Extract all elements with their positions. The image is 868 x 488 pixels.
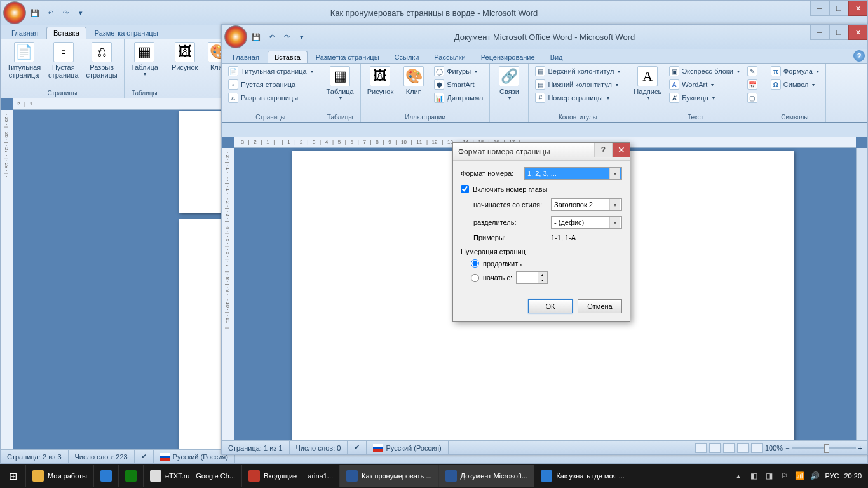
equation-button[interactable]: πФормула — [768, 65, 822, 78]
picture-button[interactable]: 🖼Рисунок — [169, 41, 201, 72]
save-icon[interactable]: 💾 — [250, 30, 262, 43]
quickparts-button[interactable]: ▣Экспресс-блоки — [667, 65, 742, 78]
dropcap-button[interactable]: ȺБуквица — [667, 92, 742, 104]
tab-view[interactable]: Вид — [543, 51, 570, 63]
flag-icon[interactable]: ⚐ — [779, 471, 789, 481]
tab-layout[interactable]: Разметка страницы — [309, 51, 386, 63]
taskbar-item[interactable]: Входящие — arina1... — [241, 465, 339, 487]
undo-icon[interactable]: ↶ — [265, 30, 278, 43]
ok-button[interactable]: ОК — [528, 299, 573, 313]
taskbar-item[interactable]: еTXT.ru - Google Ch... — [143, 465, 241, 487]
blank-page-button[interactable]: ▫Пустая страница — [226, 78, 316, 91]
view-outline-icon[interactable] — [737, 443, 749, 453]
view-print-layout-icon[interactable] — [695, 443, 707, 453]
symbol-button[interactable]: ΩСимвол — [768, 78, 822, 91]
cancel-button[interactable]: Отмена — [578, 299, 622, 313]
blank-page-button[interactable]: ▫Пустая страница — [46, 41, 81, 80]
close-button[interactable]: ✕ — [848, 1, 867, 16]
table-button[interactable]: ▦Таблица — [324, 65, 356, 102]
status-words[interactable]: Число слов: 223 — [69, 450, 135, 463]
tab-review[interactable]: Рецензирование — [474, 51, 542, 63]
object-button[interactable]: ▢ — [745, 92, 760, 104]
taskbar-item[interactable]: Мои работы — [25, 465, 93, 487]
tab-home[interactable]: Главная — [4, 27, 45, 39]
header-button[interactable]: ▤Верхний колонтитул — [532, 65, 623, 78]
volume-icon[interactable]: 🔊 — [810, 471, 820, 481]
links-button[interactable]: 🔗Связи — [494, 65, 524, 102]
start-at-spinner[interactable] — [516, 271, 548, 284]
maximize-button[interactable]: ☐ — [829, 25, 848, 40]
tab-home[interactable]: Главная — [226, 51, 266, 63]
picture-button[interactable]: 🖼Рисунок — [365, 65, 397, 97]
view-draft-icon[interactable] — [751, 443, 763, 453]
office-button-icon[interactable] — [224, 25, 247, 48]
zoom-in-icon[interactable]: + — [858, 444, 862, 452]
taskbar-item[interactable]: Как пронумеровать ... — [339, 465, 438, 487]
tray-app-icon[interactable]: ◨ — [764, 471, 774, 481]
save-icon[interactable]: 💾 — [29, 6, 41, 19]
close-button[interactable]: ✕ — [848, 25, 867, 40]
office-button-icon[interactable] — [3, 1, 26, 24]
minimize-button[interactable]: ─ — [810, 25, 829, 40]
network-icon[interactable]: 📶 — [794, 471, 804, 481]
start-button[interactable]: ⊞ — [0, 464, 25, 488]
dialog-help-icon[interactable]: ? — [594, 143, 612, 157]
qat-more-icon[interactable]: ▾ — [74, 6, 87, 19]
continue-radio[interactable] — [471, 259, 479, 268]
tray-time[interactable]: 20:20 — [844, 472, 862, 480]
datetime-button[interactable]: 📅 — [745, 78, 760, 91]
tray-lang[interactable]: РУС — [825, 472, 839, 480]
taskbar-item[interactable] — [93, 465, 118, 487]
cover-page-button[interactable]: 📄Титульная страница — [4, 41, 43, 80]
status-page[interactable]: Страница: 2 из 3 — [1, 450, 69, 463]
footer-button[interactable]: ▤Нижний колонтитул — [532, 78, 623, 91]
ruler-vertical[interactable]: · 2 · | · 1 · | · · | · 1 · | · 2 · | · … — [222, 148, 234, 440]
cover-page-button[interactable]: 📄Титульная страница — [226, 65, 316, 78]
starts-style-combo[interactable]: Заголовок 2 — [551, 198, 622, 211]
taskbar-item[interactable] — [118, 465, 143, 487]
page-number-button[interactable]: #Номер страницы — [532, 92, 623, 104]
page-break-button[interactable]: ⎌Разрыв страницы — [226, 92, 316, 104]
shapes-button[interactable]: ◯Фигуры — [431, 65, 485, 78]
tab-insert[interactable]: Вставка — [268, 51, 308, 63]
include-chapter-checkbox[interactable] — [461, 185, 469, 193]
format-combo[interactable]: 1, 2, 3, ... — [524, 167, 622, 180]
tab-references[interactable]: Ссылки — [388, 51, 426, 63]
undo-icon[interactable]: ↶ — [44, 6, 57, 19]
status-lang[interactable]: Русский (Россия) — [367, 441, 448, 454]
view-web-icon[interactable] — [723, 443, 735, 453]
tray-app-icon[interactable]: ◧ — [749, 471, 759, 481]
page-break-button[interactable]: ⎌Разрыв страницы — [84, 41, 120, 80]
tab-layout[interactable]: Разметка страницы — [88, 27, 165, 39]
dialog-close-icon[interactable]: ✕ — [612, 143, 630, 157]
smartart-button[interactable]: ⬢SmartArt — [431, 78, 485, 91]
ruler-vertical[interactable]: · 25 · | · 26 · | · 27 · | · 28 · | · — [1, 110, 13, 449]
zoom-out-icon[interactable]: − — [785, 444, 789, 452]
taskbar-item[interactable]: Как узнать где моя ... — [534, 465, 631, 487]
tab-insert[interactable]: Вставка — [46, 27, 86, 39]
wordart-button[interactable]: AWordArt — [667, 78, 742, 91]
qat-more-icon[interactable]: ▾ — [295, 30, 308, 43]
maximize-button[interactable]: ☐ — [829, 1, 848, 16]
redo-icon[interactable]: ↷ — [59, 6, 72, 19]
scrollbar-vertical[interactable] — [856, 148, 867, 440]
view-fullscreen-icon[interactable] — [709, 443, 721, 453]
help-icon[interactable]: ? — [853, 50, 865, 62]
status-proof[interactable]: ✔ — [348, 441, 367, 454]
redo-icon[interactable]: ↷ — [280, 30, 293, 43]
tray-up-icon[interactable]: ▴ — [733, 471, 743, 481]
table-button[interactable]: ▦Таблица — [128, 41, 161, 78]
start-at-radio[interactable] — [471, 274, 479, 282]
signature-button[interactable]: ✎ — [745, 65, 760, 78]
zoom-value[interactable]: 100% — [765, 444, 783, 452]
zoom-slider[interactable] — [792, 447, 856, 449]
separator-combo[interactable]: - (дефис) — [551, 216, 622, 229]
textbox-button[interactable]: AНадпись — [631, 65, 664, 102]
tab-mailings[interactable]: Рассылки — [427, 51, 472, 63]
chart-button[interactable]: 📊Диаграмма — [431, 92, 485, 104]
minimize-button[interactable]: ─ — [810, 1, 829, 16]
status-proof[interactable]: ✔ — [135, 450, 154, 463]
status-words[interactable]: Число слов: 0 — [290, 441, 348, 454]
taskbar-item[interactable]: Документ Microsoft... — [438, 465, 534, 487]
clip-button[interactable]: 🎨Клип — [398, 65, 429, 97]
